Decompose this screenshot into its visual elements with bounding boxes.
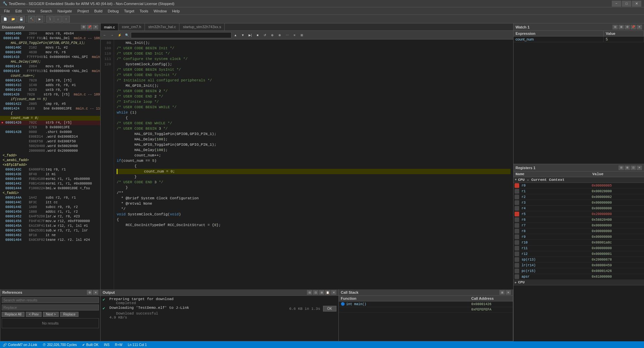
watch-restore-btn[interactable]: ⊟ — [612, 25, 618, 29]
cs-expand-btn[interactable]: ⊞ — [499, 290, 505, 295]
ed-tb-btn-3[interactable]: ⚡ — [116, 32, 123, 39]
titlebar-controls[interactable]: − □ ✕ — [612, 1, 641, 7]
run-to-btn[interactable]: ▶| — [247, 32, 254, 39]
search-within-input[interactable] — [2, 297, 99, 303]
ref-settings-btn[interactable]: ⚙ — [87, 290, 92, 295]
watch-copy-btn[interactable]: ⊞ — [619, 25, 624, 29]
reg-row-4[interactable]: r40x00000000 — [514, 206, 644, 211]
reg-row-1[interactable]: r10x00020000 — [514, 189, 644, 194]
output-close-btn[interactable]: ✕ — [331, 290, 336, 295]
replace-btn[interactable]: Replace — [60, 312, 78, 317]
registers-controls[interactable]: ⊟ ⊞ ⊡ ✕ — [619, 165, 642, 170]
save-button[interactable]: 💾 — [17, 16, 25, 22]
go-down-btn[interactable]: ▼ — [239, 32, 246, 39]
ref-close-btn[interactable]: ✕ — [93, 290, 98, 295]
output-btn2[interactable]: ⊡ — [313, 290, 318, 295]
menu-item-file[interactable]: File — [1, 7, 13, 15]
output-btn4[interactable]: 📋 — [325, 290, 330, 295]
reg-row-8[interactable]: r80x00000000 — [514, 228, 644, 234]
reg-restore-btn[interactable]: ⊟ — [619, 165, 624, 170]
menu-item-window[interactable]: Window — [151, 7, 169, 15]
reg-group-header-2[interactable]: ▶ CPU — [514, 280, 644, 285]
new-button[interactable]: 📄 — [1, 16, 9, 22]
disassembly-pin-btn[interactable]: 📌 — [87, 25, 92, 29]
reg-row-3[interactable]: r30x00000000 — [514, 200, 644, 206]
replace-all-btn[interactable]: Replace All — [2, 312, 24, 317]
output-controls[interactable]: ⊟ ⊡ ⊞ 📋 ✕ — [307, 290, 336, 295]
watch-expr-0[interactable]: count_num — [514, 37, 604, 42]
location-input[interactable]: int main() — [131, 32, 231, 38]
step-out-button[interactable]: ↑ — [62, 16, 70, 22]
watch-row-0[interactable]: count_num 5 — [514, 37, 644, 42]
menu-item-tools[interactable]: Tools — [137, 7, 151, 15]
cs-row-0[interactable]: 🔵 int main() 0x08001426 — [339, 301, 513, 307]
callstack-controls[interactable]: ⊞ ✕ — [499, 290, 511, 295]
menu-item-debug[interactable]: Debug — [105, 7, 121, 15]
stop-btn[interactable]: ■ — [254, 32, 261, 39]
watch-settings-btn[interactable]: ⚙ — [625, 25, 630, 29]
references-controls[interactable]: ⚙ ✕ — [87, 290, 98, 295]
maximize-button[interactable]: □ — [622, 1, 631, 7]
reg-row-0[interactable]: r00x00000005 — [514, 183, 644, 189]
open-button[interactable]: 📂 — [9, 16, 17, 22]
menu-item-help[interactable]: Help — [169, 7, 182, 15]
disassembly-close-btn[interactable]: ✕ — [93, 25, 98, 29]
reg-row-12[interactable]: r120x00000001 — [514, 251, 644, 257]
watch-pin-btn[interactable]: 📌 — [631, 25, 636, 29]
menu-item-search[interactable]: Search — [38, 7, 55, 15]
reg-row-10[interactable]: r100x08001a8c — [514, 240, 644, 246]
editor-tab-1[interactable]: core_cm7.h — [118, 23, 145, 30]
next-btn[interactable]: Next > — [43, 312, 59, 317]
disassembly-controls[interactable]: ⚙ 📌 ✕ — [81, 25, 98, 29]
editor-tab-2[interactable]: stm32h7xx_hal.c — [145, 23, 180, 30]
step-in-button[interactable]: ↓ — [54, 16, 62, 22]
nav-forward-btn[interactable]: → — [109, 32, 115, 39]
watch-table[interactable]: Expression Value count_num 5 — [514, 31, 644, 164]
reg-row-11[interactable]: r110x00000000 — [514, 246, 644, 251]
menu-item-navigate[interactable]: Navigate — [55, 7, 74, 15]
reg-group-header[interactable]: ▼ CPU - Current Context — [514, 177, 644, 183]
watch-controls[interactable]: ⊟ ⊞ ⚙ 📌 ✕ — [612, 25, 642, 29]
menu-item-view[interactable]: View — [24, 7, 38, 15]
editor-tab-0[interactable]: main.c — [101, 23, 118, 30]
reg-row-14[interactable]: lr(r14)0x08000459 — [514, 263, 644, 268]
reg-row-5[interactable]: r50x20000000 — [514, 211, 644, 217]
menu-item-build[interactable]: Build — [92, 7, 105, 15]
cs-close-btn[interactable]: ✕ — [505, 290, 511, 295]
step-over-button[interactable]: ⤵ — [46, 16, 54, 22]
bp-dot-19[interactable]: ● — [1, 121, 5, 125]
watch-close-btn[interactable]: ✕ — [637, 25, 642, 29]
prev-btn[interactable]: < Prev — [26, 312, 42, 317]
more-btn5[interactable]: ⊞ — [299, 32, 305, 39]
more-btn1[interactable]: ⊕ — [269, 32, 276, 39]
more-btn3[interactable]: ⋯ — [284, 32, 290, 39]
cs-row-1[interactable]: 0xFEFEFEFA — [339, 307, 513, 312]
reg-table[interactable]: Name Value ▼ CPU - Current Context r00x0… — [514, 171, 644, 348]
minimize-button[interactable]: − — [612, 1, 621, 7]
output-btn1[interactable]: ⊟ — [307, 290, 312, 295]
editor-tabs[interactable]: main.ccore_cm7.hstm32h7xx_hal.cstartup_s… — [101, 23, 513, 31]
build-button[interactable]: 🔨 — [28, 16, 35, 22]
reg-row-2[interactable]: r20x00000002 — [514, 194, 644, 200]
reg-row-7[interactable]: r70x00000000 — [514, 223, 644, 228]
close-button[interactable]: ✕ — [632, 1, 641, 7]
ed-tb-btn-4[interactable]: 🔍 — [123, 32, 130, 39]
editor-tab-3[interactable]: startup_stm32h743xx.s — [179, 23, 225, 30]
reg-row-9[interactable]: r90x00000000 — [514, 234, 644, 240]
reg-row-16[interactable]: apsr0x61000000 — [514, 274, 644, 280]
output-ok-btn[interactable]: OK — [323, 306, 336, 311]
nav-back-btn[interactable]: ← — [101, 32, 108, 39]
go-up-btn[interactable]: ▲ — [232, 32, 239, 39]
reg-row-6[interactable]: r60x58820400 — [514, 217, 644, 223]
more-btn4[interactable]: ≡ — [291, 32, 298, 39]
reg-close-btn[interactable]: ✕ — [637, 165, 642, 170]
disassembly-settings-btn[interactable]: ⚙ — [81, 25, 86, 29]
menu-item-edit[interactable]: Edit — [13, 7, 24, 15]
replace-input[interactable] — [2, 304, 99, 310]
debug-button[interactable]: ▶ — [36, 16, 43, 22]
reg-row-15[interactable]: pc(r15)0x08001426 — [514, 268, 644, 274]
reg-pin-btn[interactable]: ⊡ — [631, 165, 636, 170]
output-btn3[interactable]: ⊞ — [319, 290, 324, 295]
more-btn2[interactable]: ⊗ — [276, 32, 283, 39]
menu-item-target[interactable]: Target — [121, 7, 137, 15]
